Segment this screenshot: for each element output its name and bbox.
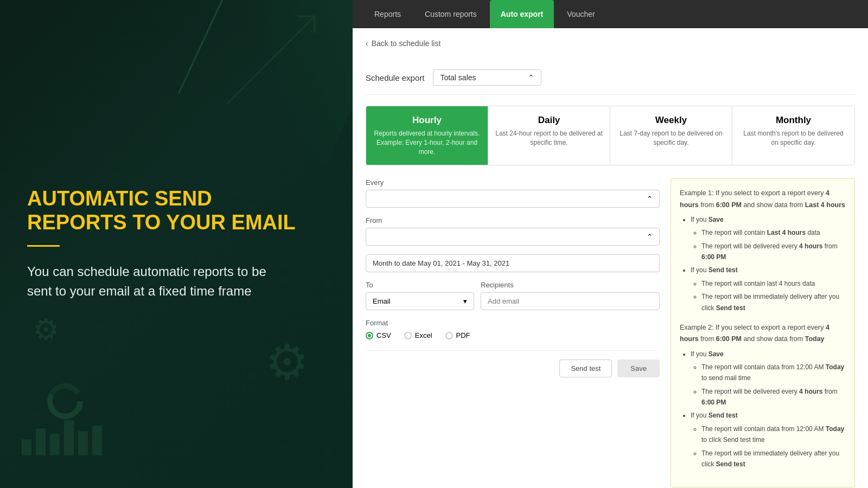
tab-auto-export[interactable]: Auto export	[490, 0, 554, 28]
back-link[interactable]: ‹ Back to schedule list	[366, 39, 855, 48]
freq-title-weekly: Weekly	[617, 115, 725, 126]
example2-sendtest-bullet1: The report will contain data from 12:00 …	[701, 423, 846, 446]
format-excel[interactable]: Excel	[404, 331, 432, 339]
freq-title-daily: Daily	[495, 115, 603, 126]
info-example-2: Example 2: If you select to export a rep…	[680, 322, 846, 470]
arrow-decoration	[217, 5, 336, 114]
freq-card-hourly[interactable]: Hourly Reports delivered at hourly inter…	[366, 106, 488, 165]
from-group: From ⌃	[366, 216, 660, 246]
frequency-cards: Hourly Reports delivered at hourly inter…	[366, 106, 855, 165]
headline-divider	[27, 245, 60, 247]
info-section: Example 1: If you select to export a rep…	[671, 178, 855, 487]
every-select[interactable]: ⌃	[366, 190, 660, 208]
bar-chart-decoration	[22, 420, 102, 455]
radio-pdf	[445, 332, 453, 339]
date-range-input[interactable]	[366, 254, 660, 272]
from-select[interactable]: ⌃	[366, 228, 660, 246]
to-chevron-icon: ▾	[463, 297, 467, 305]
freq-desc-daily: Last 24-hour report to be delivered at s…	[495, 129, 603, 147]
example1-save-bullet1: The report will contain Last 4 hours dat…	[701, 227, 846, 238]
recipients-group: Recipients	[481, 281, 660, 310]
schedule-export-label: Schedule export	[366, 73, 424, 82]
format-section: Format CSV Excel PDF	[366, 319, 660, 339]
action-buttons: Send test Save	[366, 350, 660, 377]
date-range-group	[366, 254, 660, 272]
info-example-1: Example 1: If you select to export a rep…	[680, 188, 846, 313]
to-group: To Email ▾	[366, 281, 474, 310]
example2-text: Example 2: If you select to export a rep…	[680, 322, 846, 345]
to-select[interactable]: Email ▾	[366, 292, 474, 310]
example1-sendtest-item: If you Send test The report will contain…	[691, 265, 846, 313]
format-label: Format	[366, 319, 660, 327]
donut-chart-decoration	[43, 380, 87, 423]
gear-small-icon: ⚙	[33, 312, 59, 347]
from-label: From	[366, 216, 660, 224]
every-label: Every	[366, 178, 660, 187]
example1-save-bullet2: The report will be delivered every 4 hou…	[701, 241, 846, 263]
schedule-export-value: Total sales	[440, 73, 476, 82]
recipients-input[interactable]	[481, 292, 660, 310]
freq-title-hourly: Hourly	[373, 115, 481, 126]
schedule-export-select[interactable]: Total sales ⌃	[433, 69, 541, 86]
main-headline: AUTOMATIC SEND REPORTS TO YOUR EMAIL	[27, 187, 326, 234]
freq-card-monthly[interactable]: Monthly Last month's report to be delive…	[732, 106, 854, 165]
radio-excel	[404, 332, 412, 339]
back-link-text: Back to schedule list	[372, 39, 441, 48]
to-value: Email	[373, 297, 391, 305]
tab-custom-reports[interactable]: Custom reports	[414, 0, 488, 28]
from-chevron-icon: ⌃	[647, 233, 653, 241]
freq-desc-weekly: Last 7-day report to be delivered on spe…	[617, 129, 725, 147]
example1-save-item: If you Save The report will contain Last…	[691, 214, 846, 263]
format-pdf[interactable]: PDF	[445, 331, 470, 339]
left-panel: ⚙ ⚙ AUTOMATIC SEND REPORTS TO YOUR EMAIL…	[0, 0, 353, 488]
format-csv-label: CSV	[376, 331, 391, 339]
radio-csv	[366, 332, 373, 339]
right-panel: Reports Custom reports Auto export Vouch…	[353, 0, 868, 488]
content-area: ‹ Back to schedule list Schedule export …	[353, 28, 868, 488]
every-chevron-icon: ⌃	[647, 195, 653, 203]
example1-text: Example 1: If you select to export a rep…	[680, 188, 846, 211]
example1-sendtest-bullet2: The report will be immediately delivery …	[701, 291, 846, 313]
format-pdf-label: PDF	[456, 331, 470, 339]
tab-reports[interactable]: Reports	[363, 0, 412, 28]
freq-desc-hourly: Reports delivered at hourly intervals. E…	[373, 129, 481, 156]
recipients-label: Recipients	[481, 281, 660, 289]
tab-navigation: Reports Custom reports Auto export Vouch…	[353, 0, 868, 28]
schedule-export-chevron-icon: ⌃	[528, 73, 534, 82]
example2-save-bullet1: The report will contain data from 12:00 …	[701, 362, 846, 384]
example1-list: If you Save The report will contain Last…	[680, 214, 846, 313]
example2-save-bullet2: The report will be delivered every 4 hou…	[701, 386, 846, 408]
format-excel-label: Excel	[415, 331, 432, 339]
main-description: You can schedule automatic reports to be…	[27, 262, 288, 301]
schedule-export-row: Schedule export Total sales ⌃	[366, 61, 855, 95]
freq-title-monthly: Monthly	[739, 115, 848, 126]
form-section: Every ⌃ From ⌃	[366, 178, 660, 487]
freq-card-daily[interactable]: Daily Last 24-hour report to be delivere…	[488, 106, 610, 165]
gear-large-icon: ⚙	[265, 333, 309, 390]
example2-sendtest-item: If you Send test The report will contain…	[691, 410, 846, 470]
example2-list: If you Save The report will contain data…	[680, 349, 846, 470]
back-arrow-icon: ‹	[366, 39, 368, 48]
format-options: CSV Excel PDF	[366, 331, 660, 339]
freq-desc-monthly: Last month's report to be delivered on s…	[739, 129, 848, 147]
save-button[interactable]: Save	[617, 359, 660, 377]
example2-save-item: If you Save The report will contain data…	[691, 349, 846, 408]
tab-voucher[interactable]: Voucher	[556, 0, 605, 28]
example1-sendtest-bullet1: The report will contain last 4 hours dat…	[701, 278, 846, 289]
freq-card-weekly[interactable]: Weekly Last 7-day report to be delivered…	[610, 106, 732, 165]
every-group: Every ⌃	[366, 178, 660, 208]
format-csv[interactable]: CSV	[366, 331, 391, 339]
to-label: To	[366, 281, 474, 289]
send-test-button[interactable]: Send test	[559, 359, 612, 377]
main-content-row: Every ⌃ From ⌃	[366, 178, 855, 487]
to-recipients-row: To Email ▾ Recipients	[366, 281, 660, 310]
example2-sendtest-bullet2: The report will be immediately delivery …	[701, 448, 846, 470]
